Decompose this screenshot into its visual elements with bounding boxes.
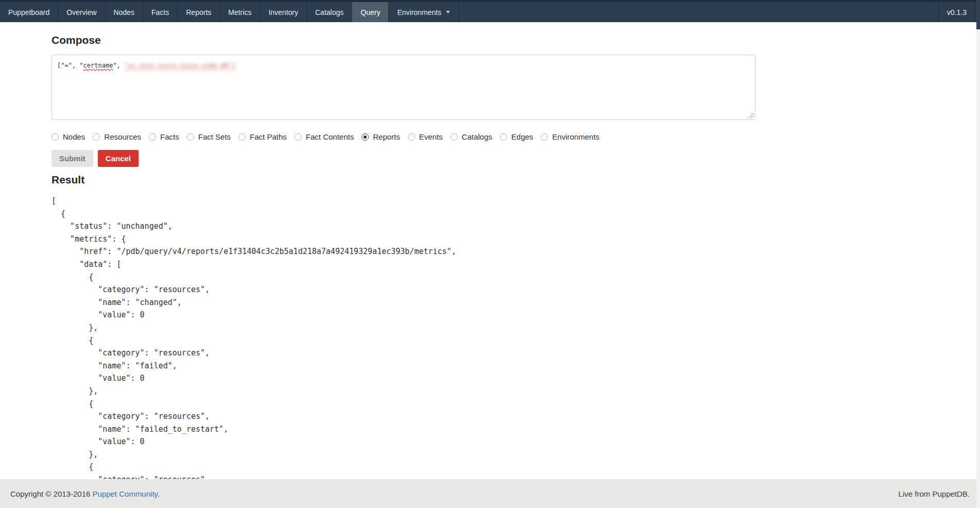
textarea-resize-handle[interactable] <box>748 113 754 118</box>
copyright-text: Copyright © 2013-2016 Puppet Community. <box>10 489 160 498</box>
endpoint-radio-fact-sets[interactable]: Fact Sets <box>187 132 231 141</box>
nav-item-facts[interactable]: Facts <box>143 2 177 22</box>
navbar-brand[interactable]: Puppetboard <box>0 2 58 22</box>
radio-label: Reports <box>373 132 400 141</box>
endpoint-radio-edges[interactable]: Edges <box>500 132 534 141</box>
radio-circle-selected-icon <box>362 133 369 141</box>
page-footer: Copyright © 2013-2016 Puppet Community. … <box>0 479 980 508</box>
radio-circle-icon <box>149 133 156 141</box>
nav-item-inventory[interactable]: Inventory <box>260 2 306 22</box>
puppet-community-link[interactable]: Puppet Community <box>93 489 158 498</box>
radio-circle-icon <box>541 133 548 141</box>
copyright-period: . <box>158 489 160 498</box>
radio-label: Fact Paths <box>250 132 287 141</box>
nav-item-catalogs[interactable]: Catalogs <box>306 2 352 22</box>
query-text-redacted-hostname: "xx-xxxx-xxxxx-xxxxx-node-##"] <box>124 62 236 69</box>
radio-label: Fact Contents <box>306 132 354 141</box>
result-json-output: [ { "status": "unchanged", "metrics": { … <box>51 195 980 486</box>
navbar-menu: Overview Nodes Facts Reports Metrics Inv… <box>58 2 459 22</box>
radio-label: Catalogs <box>462 132 492 141</box>
query-text-certname: certname <box>83 62 113 69</box>
nav-item-nodes[interactable]: Nodes <box>105 2 143 22</box>
scrollbar-thumb[interactable] <box>976 0 980 29</box>
compose-heading: Compose <box>51 33 980 47</box>
endpoint-radio-fact-paths[interactable]: Fact Paths <box>238 132 287 141</box>
endpoint-radio-resources[interactable]: Resources <box>93 132 141 141</box>
form-actions: Submit Cancel <box>51 150 980 167</box>
nav-item-reports[interactable]: Reports <box>177 2 219 22</box>
endpoint-radio-group: Nodes Resources Facts Fact Sets Fact Pat… <box>51 132 980 141</box>
result-heading: Result <box>51 173 980 187</box>
nav-item-overview[interactable]: Overview <box>58 2 105 22</box>
radio-circle-icon <box>408 133 415 141</box>
endpoint-radio-reports[interactable]: Reports <box>362 132 400 141</box>
radio-circle-icon <box>451 133 458 141</box>
environments-label: Environments <box>397 8 441 16</box>
radio-label: Facts <box>160 132 179 141</box>
endpoint-radio-nodes[interactable]: Nodes <box>51 132 85 141</box>
endpoint-radio-fact-contents[interactable]: Fact Contents <box>295 132 354 141</box>
radio-label: Fact Sets <box>198 132 231 141</box>
radio-circle-icon <box>238 133 246 141</box>
radio-circle-icon <box>187 133 194 141</box>
radio-circle-icon <box>500 133 507 141</box>
cancel-button[interactable]: Cancel <box>98 150 139 167</box>
nav-item-metrics[interactable]: Metrics <box>219 2 260 22</box>
radio-circle-icon <box>51 133 59 141</box>
radio-label: Resources <box>104 132 141 141</box>
live-from-puppetdb-text: Live from PuppetDB. <box>899 489 970 498</box>
radio-circle-icon <box>93 133 100 141</box>
main-content: Compose ["=", "certname", "xx-xxxx-xxxxx… <box>0 33 980 486</box>
endpoint-radio-facts[interactable]: Facts <box>149 132 179 141</box>
endpoint-radio-environments[interactable]: Environments <box>541 132 599 141</box>
query-text-separator: ", <box>113 62 124 69</box>
radio-label: Nodes <box>63 132 85 141</box>
radio-label: Environments <box>552 132 599 141</box>
nav-item-query[interactable]: Query <box>352 2 388 22</box>
query-text-open: ["=", " <box>57 62 83 69</box>
endpoint-radio-catalogs[interactable]: Catalogs <box>451 132 492 141</box>
chevron-down-icon <box>446 11 450 13</box>
submit-button[interactable]: Submit <box>51 150 93 167</box>
top-navbar: Puppetboard Overview Nodes Facts Reports… <box>0 0 980 22</box>
nav-item-environments[interactable]: Environments <box>388 2 459 22</box>
endpoint-radio-events[interactable]: Events <box>408 132 443 141</box>
query-textarea[interactable]: ["=", "certname", "xx-xxxx-xxxxx-xxxxx-n… <box>51 55 755 120</box>
radio-label: Edges <box>511 132 534 141</box>
radio-circle-icon <box>295 133 302 141</box>
radio-label: Events <box>419 132 443 141</box>
copyright-years: Copyright © 2013-2016 <box>10 489 90 498</box>
vertical-scrollbar[interactable] <box>976 0 980 508</box>
puppetboard-page: Puppetboard Overview Nodes Facts Reports… <box>0 0 980 508</box>
navbar-version: v0.1.3 <box>938 2 975 22</box>
